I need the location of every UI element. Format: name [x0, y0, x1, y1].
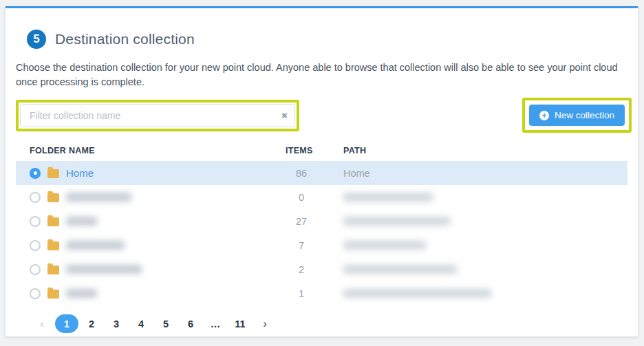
- table-row[interactable]: 27: [16, 209, 627, 233]
- folder-name[interactable]: Home: [66, 167, 94, 179]
- folder-icon: [47, 290, 59, 299]
- redacted-path: [343, 289, 491, 298]
- description-text: Choose the destination collection for yo…: [16, 61, 623, 89]
- redacted-path: [343, 193, 433, 202]
- items-count: 27: [286, 216, 317, 227]
- items-count: 0: [286, 192, 317, 203]
- radio-unselected[interactable]: [30, 216, 41, 227]
- redacted-folder-name: [66, 193, 131, 202]
- table-row[interactable]: 7: [16, 233, 627, 257]
- path-cell: [317, 289, 491, 298]
- pagination-page-3[interactable]: 3: [104, 314, 129, 333]
- folder-icon: [47, 193, 59, 202]
- folder-icon: [47, 241, 59, 250]
- new-collection-highlight-annotation: + New collection: [522, 98, 632, 133]
- radio-unselected[interactable]: [30, 240, 41, 251]
- path-cell: [317, 193, 433, 202]
- radio-unselected[interactable]: [30, 192, 41, 203]
- pagination-page-6[interactable]: 6: [178, 314, 203, 333]
- pagination-page-1[interactable]: 1: [55, 314, 78, 333]
- redacted-folder-name: [66, 241, 125, 250]
- radio-selected[interactable]: [30, 168, 41, 179]
- column-header-items[interactable]: ITEMS: [286, 146, 317, 155]
- pagination-ellipsis: …: [203, 314, 228, 333]
- items-count: 2: [286, 264, 317, 275]
- folder-name-cell: [30, 192, 286, 203]
- step-number-badge: 5: [27, 30, 46, 49]
- redacted-path: [343, 265, 457, 274]
- folder-icon: [47, 169, 59, 178]
- redacted-path: [343, 241, 426, 250]
- path-cell: [317, 241, 426, 250]
- new-collection-label: New collection: [555, 110, 614, 120]
- plus-circle-icon: +: [539, 111, 549, 120]
- path-cell: [317, 217, 450, 226]
- column-header-folder-name[interactable]: FOLDER NAME: [30, 146, 286, 155]
- destination-collection-panel: 5 Destination collection Choose the dest…: [5, 6, 638, 337]
- radio-unselected[interactable]: [30, 288, 41, 299]
- pagination-prev-icon[interactable]: ‹: [30, 314, 54, 333]
- pagination-page-11[interactable]: 11: [228, 314, 253, 333]
- step-header: 5 Destination collection: [27, 30, 627, 49]
- folder-icon: [47, 266, 59, 274]
- path-cell: Home: [317, 168, 370, 179]
- path-value: Home: [343, 168, 370, 179]
- clear-filter-icon[interactable]: ✖: [281, 111, 288, 119]
- table-row[interactable]: Home86Home: [16, 161, 627, 185]
- pagination-page-2[interactable]: 2: [79, 314, 104, 333]
- table-row[interactable]: 0: [16, 185, 627, 209]
- table-header: FOLDER NAME ITEMS PATH: [16, 140, 627, 161]
- table-row[interactable]: 1: [16, 281, 627, 305]
- pagination-page-4[interactable]: 4: [129, 314, 153, 333]
- filter-input-wrap: ✖: [20, 104, 295, 127]
- pagination-next-icon[interactable]: ›: [253, 314, 277, 333]
- filter-collection-input[interactable]: [20, 104, 295, 127]
- folder-name-cell: [30, 264, 286, 275]
- new-collection-button[interactable]: + New collection: [529, 105, 625, 126]
- collection-table-body: Home86Home027721: [16, 161, 627, 305]
- table-row[interactable]: 2: [16, 257, 627, 281]
- redacted-folder-name: [66, 265, 142, 274]
- redacted-path: [343, 217, 450, 226]
- pagination: ‹123456…11›: [30, 314, 627, 333]
- folder-name-cell: [30, 216, 286, 227]
- toolbar: ✖ + New collection: [16, 98, 627, 133]
- radio-unselected[interactable]: [30, 264, 41, 275]
- redacted-folder-name: [66, 289, 97, 298]
- column-header-path[interactable]: PATH: [317, 146, 366, 155]
- folder-icon: [47, 217, 59, 226]
- folder-name-cell: [30, 288, 286, 299]
- filter-highlight-annotation: ✖: [16, 100, 299, 131]
- pagination-page-5[interactable]: 5: [153, 314, 178, 333]
- path-cell: [317, 265, 457, 274]
- items-count: 1: [286, 288, 317, 299]
- folder-name-cell: [30, 240, 286, 251]
- redacted-folder-name: [66, 217, 97, 226]
- items-count: 7: [286, 240, 317, 251]
- page-title: Destination collection: [55, 31, 195, 47]
- items-count: 86: [286, 168, 317, 179]
- folder-name-cell: Home: [30, 167, 286, 179]
